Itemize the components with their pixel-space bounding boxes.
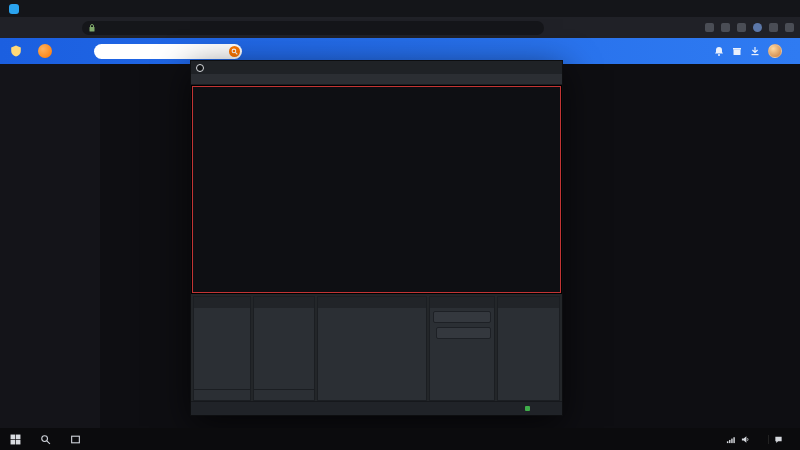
download-manager-icon[interactable] [705,23,714,32]
transition-select[interactable] [433,311,491,323]
controls-panel-title [498,297,559,308]
search-icon[interactable] [229,46,240,57]
controls-buttons [498,308,559,400]
taskbar [0,428,800,450]
obs-preview[interactable] [191,85,562,294]
scenes-toolbar [194,389,250,400]
address-bar[interactable] [82,21,544,35]
taskbar-spacer [90,428,720,450]
taskbar-search-button[interactable] [30,428,60,450]
mixer-channels [318,308,426,400]
network-icon[interactable] [726,435,735,444]
desktop-screen [0,0,800,450]
sources-panel-title [254,297,314,308]
task-view-button[interactable] [60,428,90,450]
obs-status-bar [191,401,562,415]
obs-dock-area [191,294,562,403]
menu-icon[interactable] [769,23,778,32]
sources-toolbar [254,389,314,400]
controls-panel [497,296,560,401]
obs-window [190,60,563,416]
toolbar-extension-area [705,23,794,32]
douyu-logo-icon[interactable] [38,44,52,58]
obs-preview-screen [193,87,560,292]
transitions-panel [429,296,495,401]
start-button[interactable] [0,428,30,450]
browser-toolbar [0,17,800,38]
mixer-panel-title [318,297,426,308]
obs-menu-bar [191,74,562,85]
browser-tab-bar [0,0,800,17]
download-app-icon[interactable] [750,46,760,56]
mixer-panel [317,296,427,401]
notification-center-icon[interactable] [768,435,788,444]
profile-icon[interactable] [753,23,762,32]
sidebar [0,64,100,428]
transitions-body [430,308,494,400]
scenes-panel [193,296,251,401]
search-box[interactable] [94,44,242,59]
header-icon-group [714,46,760,56]
lock-icon [89,24,95,32]
gift-icon[interactable] [732,46,742,56]
transitions-panel-title [430,297,494,308]
screenshot-icon[interactable] [737,23,746,32]
sources-panel [253,296,315,401]
system-tray [720,428,800,450]
scenes-list [194,308,250,389]
live-indicator-icon [525,406,530,411]
user-avatar[interactable] [768,44,782,58]
duration-spinner[interactable] [436,327,491,339]
sources-list [254,308,314,389]
event-crest-icon [10,45,22,57]
extension-icon[interactable] [721,23,730,32]
volume-icon[interactable] [741,435,750,444]
obs-title-bar[interactable] [191,61,562,74]
obs-logo-icon [196,64,204,72]
browser-logo-icon[interactable] [9,4,19,14]
scenes-panel-title [194,297,250,308]
bell-icon[interactable] [714,46,724,56]
sidebar-toggle-icon[interactable] [785,23,794,32]
